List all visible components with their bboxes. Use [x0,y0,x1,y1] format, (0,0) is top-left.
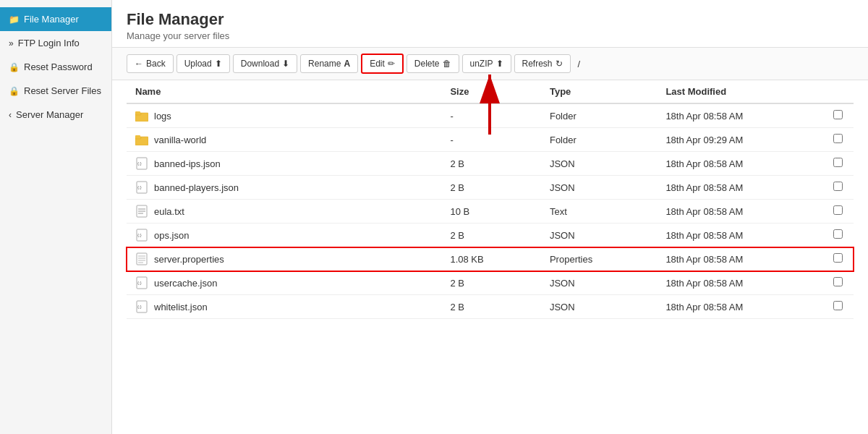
file-checkbox-cell[interactable] [823,271,854,295]
file-size-cell: 2 B [441,271,541,295]
file-checkbox[interactable] [833,253,843,263]
file-table: Name Size Type Last Modified logs - Fold… [127,80,854,319]
current-path: / [578,59,581,69]
file-checkbox-cell[interactable] [823,176,854,200]
sidebar-item-reset-server-files[interactable]: 🔒 Reset Server Files [0,79,111,103]
file-name-cell: {;} banned-players.json [127,176,441,200]
col-header-size: Size [441,80,541,103]
file-name: logs [154,111,171,122]
file-checkbox-cell[interactable] [823,128,854,152]
refresh-button[interactable]: Refresh ↻ [514,54,571,73]
file-name-cell: server.properties [127,247,441,271]
file-size-cell: 2 B [441,176,541,200]
file-checkbox[interactable] [833,158,843,167]
file-name-cell: {;} banned-ips.json [127,152,441,176]
download-button[interactable]: Download ⬇ [233,54,297,73]
file-size-cell: - [441,128,541,152]
sidebar-item-file-manager[interactable]: 📁 File Manager [0,7,111,31]
file-name: eula.txt [154,206,184,217]
toolbar: ← Back Upload ⬆ Download ⬇ Rename A Edit… [112,47,868,80]
file-modified-cell: 18th Apr 08:58 AM [657,271,822,295]
file-name: banned-players.json [154,182,239,193]
file-checkbox[interactable] [833,301,843,310]
svg-text:{;}: {;} [137,185,142,190]
props-icon [135,252,148,265]
file-size-cell: 10 B [441,200,541,224]
file-name-cell: eula.txt [127,200,441,224]
file-size-cell: 2 B [441,152,541,176]
sidebar: 📁 File Manager » FTP Login Info 🔒 Reset … [0,0,112,434]
file-checkbox-cell[interactable] [823,152,854,176]
file-modified-cell: 18th Apr 08:58 AM [657,224,822,247]
svg-text:{;}: {;} [137,305,142,309]
file-checkbox-cell[interactable] [823,224,854,247]
download-icon: ⬇ [282,59,289,69]
col-header-modified: Last Modified [657,80,822,103]
file-size-cell: 2 B [441,295,541,319]
chevron-left-icon: ‹ [9,110,12,120]
file-checkbox[interactable] [833,277,843,286]
file-checkbox[interactable] [833,182,843,191]
sidebar-item-reset-password[interactable]: 🔒 Reset Password [0,55,111,79]
table-row[interactable]: {;} banned-ips.json 2 B JSON 18th Apr 08… [127,152,854,176]
table-row[interactable]: logs - Folder 18th Apr 08:58 AM [127,103,854,128]
file-modified-cell: 18th Apr 08:58 AM [657,295,822,319]
edit-button[interactable]: Edit ✏ [361,54,404,74]
arrow-right-icon: » [9,38,14,48]
table-row[interactable]: eula.txt 10 B Text 18th Apr 08:58 AM [127,200,854,224]
table-row[interactable]: server.properties 1.08 KB Properties 18t… [127,247,854,271]
file-name: vanilla-world [154,135,206,145]
file-checkbox-cell[interactable] [823,103,854,128]
delete-icon: 🗑 [443,59,451,69]
file-name-cell: {;} usercache.json [127,271,441,295]
file-modified-cell: 18th Apr 08:58 AM [657,200,822,224]
table-row[interactable]: {;} usercache.json 2 B JSON 18th Apr 08:… [127,271,854,295]
folder-icon: 📁 [9,14,20,25]
back-button[interactable]: ← Back [127,54,174,73]
svg-text:{;}: {;} [137,161,142,166]
file-checkbox[interactable] [833,205,843,215]
file-size-cell: 1.08 KB [441,247,541,271]
file-checkbox[interactable] [833,229,843,239]
upload-icon: ⬆ [215,59,222,69]
json-icon: {;} [135,181,148,194]
file-type-cell: JSON [541,176,657,200]
file-type-cell: Text [541,200,657,224]
file-size-cell: - [441,103,541,128]
file-checkbox[interactable] [833,134,843,143]
file-name: whitelist.json [154,302,208,312]
col-header-name: Name [127,80,441,103]
edit-icon: ✏ [388,59,395,69]
app-layout: 📁 File Manager » FTP Login Info 🔒 Reset … [0,0,868,434]
json-icon: {;} [135,276,148,289]
delete-button[interactable]: Delete 🗑 [407,54,459,73]
file-table-container: Name Size Type Last Modified logs - Fold… [112,80,868,319]
unzip-button[interactable]: unZIP ⬆ [462,54,511,73]
file-checkbox-cell[interactable] [823,200,854,224]
lock-icon: 🔒 [9,62,20,72]
file-name: banned-ips.json [154,158,221,169]
file-checkbox-cell[interactable] [823,295,854,319]
file-checkbox-cell[interactable] [823,247,854,271]
back-icon: ← [135,59,143,69]
file-type-cell: JSON [541,152,657,176]
json-icon: {;} [135,157,148,170]
file-size-cell: 2 B [441,224,541,247]
sidebar-item-server-manager[interactable]: ‹ Server Manager [0,103,111,127]
rename-button[interactable]: Rename A [300,54,358,73]
table-row[interactable]: {;} ops.json 2 B JSON 18th Apr 08:58 AM [127,224,854,247]
table-row[interactable]: {;} whitelist.json 2 B JSON 18th Apr 08:… [127,295,854,319]
sidebar-item-ftp-login[interactable]: » FTP Login Info [0,31,111,55]
file-checkbox[interactable] [833,110,843,119]
table-row[interactable]: {;} banned-players.json 2 B JSON 18th Ap… [127,176,854,200]
svg-text:{;}: {;} [137,281,142,285]
table-row[interactable]: vanilla-world - Folder 18th Apr 09:29 AM [127,128,854,152]
file-name: ops.json [154,230,189,241]
file-type-cell: JSON [541,295,657,319]
json-icon: {;} [135,300,148,313]
file-type-cell: JSON [541,271,657,295]
unzip-icon: ⬆ [496,59,503,69]
upload-button[interactable]: Upload ⬆ [176,54,230,73]
file-type-cell: JSON [541,224,657,247]
file-modified-cell: 18th Apr 08:58 AM [657,152,822,176]
